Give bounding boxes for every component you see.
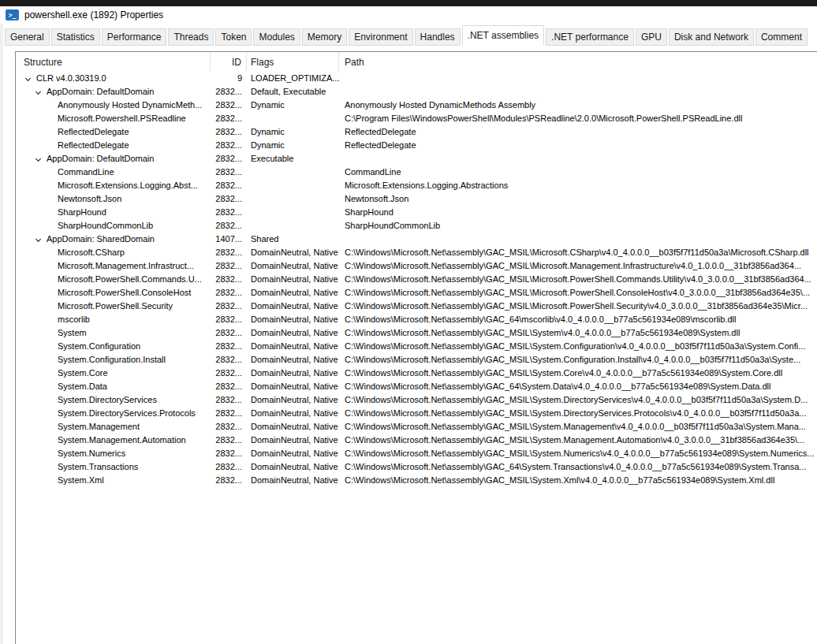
flags-cell: DomainNeutral, Native — [247, 326, 339, 340]
table-row[interactable]: System.Configuration.Install2832...Domai… — [16, 353, 817, 367]
expander-chevron-icon[interactable] — [35, 236, 41, 242]
expander-chevron-icon[interactable] — [25, 76, 31, 81]
path-cell: ReflectedDelegate — [339, 139, 817, 152]
table-row[interactable]: CLR v4.0.30319.09LOADER_OPTIMIZA... — [16, 72, 817, 85]
table-row[interactable]: System.Xml2832...DomainNeutral, NativeC:… — [16, 474, 817, 487]
table-row[interactable]: ReflectedDelegate2832...DynamicReflected… — [16, 139, 817, 152]
table-row[interactable]: SharpHoundCommonLib2832...SharpHoundComm… — [16, 219, 817, 233]
structure-label: Microsoft.PowerShell.Security — [58, 301, 173, 311]
structure-cell: Microsoft.CSharp — [16, 246, 211, 259]
flags-cell: DomainNeutral, Native — [247, 367, 339, 380]
tab-memory[interactable]: Memory — [302, 28, 347, 46]
table-row[interactable]: Microsoft.Powershell.PSReadline2832...C:… — [16, 112, 817, 125]
table-row[interactable]: Microsoft.PowerShell.Security2832...Doma… — [16, 300, 817, 313]
table-row[interactable]: System.Configuration2832...DomainNeutral… — [16, 340, 817, 353]
table-row[interactable]: System.Numerics2832...DomainNeutral, Nat… — [16, 447, 817, 460]
id-cell: 2832... — [211, 326, 247, 340]
listview-header: StructureIDFlagsPath — [16, 52, 817, 72]
table-row[interactable]: System.DirectoryServices.Protocols2832..… — [16, 407, 817, 420]
expander-chevron-icon[interactable] — [35, 89, 41, 95]
left-edge-strip — [0, 24, 3, 644]
path-cell: Newtonsoft.Json — [339, 192, 817, 206]
tab-statistics[interactable]: Statistics — [51, 28, 100, 46]
id-cell: 2832... — [211, 259, 247, 273]
tab-net-performance[interactable]: .NET performance — [546, 28, 634, 46]
path-cell: ReflectedDelegate — [339, 125, 817, 139]
table-row[interactable]: Microsoft.PowerShell.ConsoleHost2832...D… — [16, 286, 817, 300]
tab-environment[interactable]: Environment — [349, 28, 412, 46]
table-row[interactable]: System2832...DomainNeutral, NativeC:\Win… — [16, 326, 817, 340]
column-header-flags[interactable]: Flags — [247, 52, 339, 72]
flags-cell: DomainNeutral, Native — [247, 380, 339, 393]
top-edge-strip — [0, 0, 817, 6]
path-cell: C:\Windows\Microsoft.Net\assembly\GAC_MS… — [339, 407, 817, 420]
path-cell: C:\Windows\Microsoft.Net\assembly\GAC_MS… — [339, 246, 817, 259]
tab-modules[interactable]: Modules — [253, 28, 300, 46]
table-row[interactable]: Microsoft.PowerShell.Commands.U...2832..… — [16, 273, 817, 286]
id-cell: 2832... — [211, 313, 247, 326]
table-row[interactable]: Microsoft.Management.Infrastruct...2832.… — [16, 259, 817, 273]
structure-label: ReflectedDelegate — [58, 140, 129, 150]
table-row[interactable]: ReflectedDelegate2832...DynamicReflected… — [16, 125, 817, 139]
tab-performance[interactable]: Performance — [102, 28, 167, 46]
table-row[interactable]: Microsoft.Extensions.Logging.Abst...2832… — [16, 179, 817, 192]
structure-label: System.Transactions — [58, 462, 138, 471]
path-cell: C:\Program Files\WindowsPowerShell\Modul… — [339, 112, 817, 125]
path-cell: Microsoft.Extensions.Logging.Abstraction… — [339, 179, 817, 192]
tab-comment[interactable]: Comment — [755, 28, 808, 46]
id-cell: 2832... — [211, 273, 247, 286]
structure-label: System.Management.Automation — [58, 435, 186, 445]
tab-general[interactable]: General — [5, 28, 50, 46]
table-row[interactable]: AppDomain: DefaultDomain2832...Default, … — [16, 85, 817, 99]
table-row[interactable]: mscorlib2832...DomainNeutral, NativeC:\W… — [16, 313, 817, 326]
tab-handles[interactable]: Handles — [415, 28, 461, 46]
tab-threads[interactable]: Threads — [168, 28, 214, 46]
column-header-id[interactable]: ID — [211, 52, 247, 72]
flags-cell — [247, 112, 339, 125]
id-cell: 2832... — [211, 206, 247, 219]
table-row[interactable]: System.Management.Automation2832...Domai… — [16, 434, 817, 447]
structure-cell: SharpHoundCommonLib — [16, 219, 211, 233]
table-row[interactable]: System.Management2832...DomainNeutral, N… — [16, 420, 817, 434]
structure-cell: SharpHound — [16, 206, 211, 219]
id-cell: 2832... — [211, 192, 247, 206]
table-row[interactable]: AppDomain: DefaultDomain2832...Executabl… — [16, 152, 817, 166]
id-cell: 2832... — [211, 152, 247, 166]
table-row[interactable]: Microsoft.CSharp2832...DomainNeutral, Na… — [16, 246, 817, 259]
structure-cell: System.Transactions — [16, 460, 211, 474]
structure-label: ReflectedDelegate — [58, 127, 129, 136]
column-header-path[interactable]: Path — [339, 52, 817, 72]
path-cell: SharpHoundCommonLib — [339, 219, 817, 233]
table-row[interactable]: System.DirectoryServices2832...DomainNeu… — [16, 393, 817, 407]
structure-cell: Microsoft.PowerShell.ConsoleHost — [16, 286, 211, 300]
table-row[interactable]: Newtonsoft.Json2832...Newtonsoft.Json — [16, 192, 817, 206]
table-row[interactable]: System.Data2832...DomainNeutral, NativeC… — [16, 380, 817, 393]
id-cell: 1407... — [211, 233, 247, 246]
id-cell: 2832... — [211, 286, 247, 300]
flags-cell: DomainNeutral, Native — [247, 393, 339, 407]
tab-token[interactable]: Token — [215, 28, 252, 46]
tab-net-assemblies[interactable]: .NET assemblies — [462, 25, 544, 46]
flags-cell: DomainNeutral, Native — [247, 447, 339, 460]
table-row[interactable]: System.Core2832...DomainNeutral, NativeC… — [16, 367, 817, 380]
flags-cell: DomainNeutral, Native — [247, 434, 339, 447]
tab-disk-and-network[interactable]: Disk and Network — [669, 28, 754, 46]
id-cell: 2832... — [211, 300, 247, 313]
table-row[interactable]: AppDomain: SharedDomain1407...Shared — [16, 233, 817, 246]
id-cell: 2832... — [211, 246, 247, 259]
column-header-structure[interactable]: Structure — [16, 52, 211, 72]
flags-cell: DomainNeutral, Native — [247, 246, 339, 259]
structure-cell: System.Core — [16, 367, 211, 380]
flags-cell — [247, 206, 339, 219]
tab-gpu[interactable]: GPU — [636, 28, 667, 46]
structure-cell: Microsoft.PowerShell.Commands.U... — [16, 273, 211, 286]
structure-cell: System — [16, 326, 211, 340]
structure-cell: Microsoft.Extensions.Logging.Abst... — [16, 179, 211, 192]
flags-cell — [247, 219, 339, 233]
table-row[interactable]: System.Transactions2832...DomainNeutral,… — [16, 460, 817, 474]
path-cell: C:\Windows\Microsoft.Net\assembly\GAC_MS… — [339, 447, 817, 460]
table-row[interactable]: SharpHound2832...SharpHound — [16, 206, 817, 219]
table-row[interactable]: CommandLine2832...CommandLine — [16, 166, 817, 179]
table-row[interactable]: Anonymously Hosted DynamicMeth...2832...… — [16, 99, 817, 112]
expander-chevron-icon[interactable] — [35, 156, 41, 162]
